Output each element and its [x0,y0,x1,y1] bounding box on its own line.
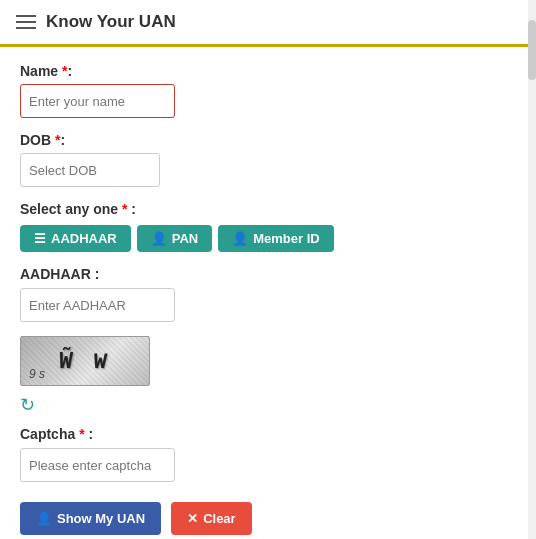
member-id-icon: 👤 [232,231,248,246]
page-title: Know Your UAN [46,12,176,32]
show-uan-label: Show My UAN [57,511,145,526]
show-uan-user-icon: 👤 [36,511,52,526]
dob-input[interactable] [20,153,160,187]
pan-tab-label: PAN [172,231,198,246]
aadhaar-tab-button[interactable]: ☰ AADHAAR [20,225,131,252]
captcha-display-text: W̃ W [58,348,112,375]
aadhaar-label: AADHAAR : [20,266,516,282]
pan-tab-button[interactable]: 👤 PAN [137,225,212,252]
name-group: Name *: [20,63,516,118]
select-required-mark: * [122,201,127,217]
dob-group: DOB *: [20,132,516,187]
name-input[interactable] [20,84,175,118]
select-one-label: Select any one * : [20,201,516,217]
pan-icon: 👤 [151,231,167,246]
id-type-toggle: ☰ AADHAAR 👤 PAN 👤 Member ID [20,225,516,252]
captcha-group: Captcha * : [20,426,516,482]
clear-button[interactable]: ✕ Clear [171,502,252,535]
captcha-image: W̃ W 9 s [20,336,150,386]
captcha-label: Captcha * : [20,426,516,442]
name-required-mark: * [62,63,67,79]
hamburger-menu-icon[interactable] [16,15,36,29]
aadhaar-input[interactable] [20,288,175,322]
select-one-group: Select any one * : ☰ AADHAAR 👤 PAN 👤 Mem… [20,201,516,252]
clear-label: Clear [203,511,236,526]
name-label: Name *: [20,63,516,79]
show-uan-button[interactable]: 👤 Show My UAN [20,502,161,535]
member-id-tab-button[interactable]: 👤 Member ID [218,225,333,252]
action-buttons: 👤 Show My UAN ✕ Clear [20,502,516,535]
aadhaar-tab-label: AADHAAR [51,231,117,246]
aadhaar-icon: ☰ [34,231,46,246]
dob-label: DOB *: [20,132,516,148]
member-id-tab-label: Member ID [253,231,319,246]
aadhaar-group: AADHAAR : [20,266,516,322]
captcha-required-mark: * [79,426,84,442]
captcha-input[interactable] [20,448,175,482]
dob-required-mark: * [55,132,60,148]
captcha-refresh-button[interactable]: ↻ [20,394,35,416]
app-header: Know Your UAN [0,0,536,47]
scrollbar-thumb[interactable] [528,20,536,80]
clear-times-icon: ✕ [187,511,198,526]
captcha-timer-text: 9 s [29,367,45,381]
scrollbar[interactable] [528,0,536,539]
form-container: Name *: DOB *: Select any one * : ☰ AADH… [0,47,536,539]
